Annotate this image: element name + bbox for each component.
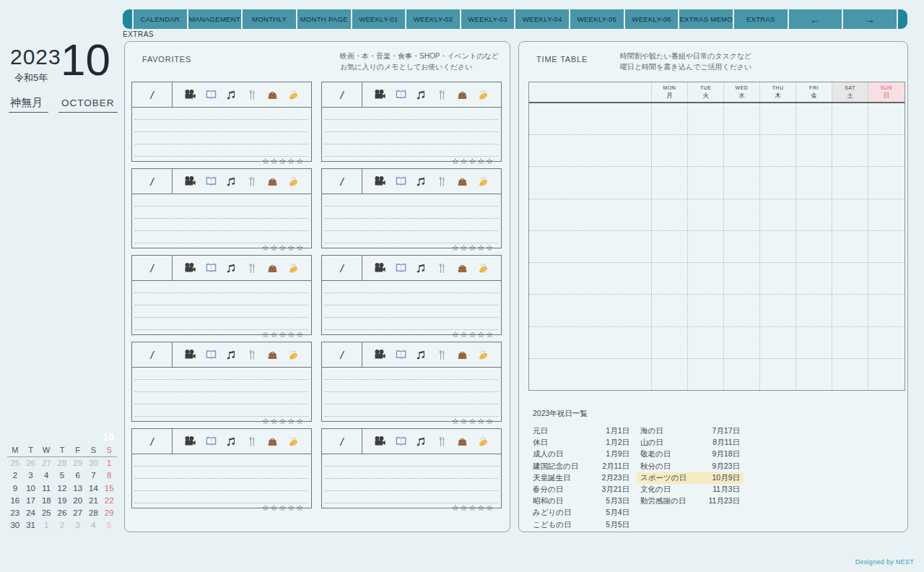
timetable-cell[interactable]: [760, 295, 796, 326]
timetable-cell[interactable]: [832, 359, 868, 390]
calendar-day[interactable]: 27: [38, 457, 54, 469]
calendar-day[interactable]: 26: [23, 457, 39, 469]
calendar-day[interactable]: 23: [7, 507, 23, 519]
calendar-day[interactable]: 4: [86, 519, 102, 532]
calendar-day[interactable]: 5: [54, 469, 70, 482]
memo-line[interactable]: [135, 392, 308, 404]
timetable-cell[interactable]: [652, 199, 688, 230]
memo-lines[interactable]: [135, 454, 308, 503]
memo-line[interactable]: [325, 281, 498, 293]
timetable-cell[interactable]: [724, 135, 760, 166]
memo-line[interactable]: [135, 132, 308, 144]
memo-line[interactable]: [135, 108, 308, 120]
timetable-cell[interactable]: [724, 263, 760, 294]
memo-lines[interactable]: [325, 108, 498, 157]
timetable-cell[interactable]: [688, 199, 724, 230]
timetable-cell[interactable]: [724, 167, 760, 198]
timetable-cell[interactable]: [832, 103, 868, 134]
timetable-cell[interactable]: [652, 263, 688, 294]
star-rating[interactable]: ☆☆☆☆☆: [132, 157, 311, 166]
calendar-day[interactable]: 26: [54, 507, 70, 519]
timetable-cell[interactable]: [868, 103, 905, 134]
timetable-cell[interactable]: [796, 103, 832, 134]
tab-weekly-06[interactable]: WEEKLY-06: [625, 9, 679, 29]
timetable-cell[interactable]: [760, 327, 796, 358]
timetable-cell[interactable]: [760, 263, 796, 294]
timetable-cell[interactable]: [796, 167, 832, 198]
memo-line[interactable]: [325, 380, 498, 392]
calendar-day[interactable]: 1: [101, 457, 117, 469]
memo-line[interactable]: [135, 467, 308, 479]
calendar-day[interactable]: 31: [23, 519, 39, 532]
time-label-cell[interactable]: [529, 103, 652, 134]
calendar-day[interactable]: 25: [38, 507, 54, 519]
calendar-day[interactable]: 19: [54, 495, 70, 507]
calendar-day[interactable]: 2: [54, 519, 70, 532]
calendar-day[interactable]: 7: [86, 469, 102, 482]
memo-lines[interactable]: [135, 368, 308, 417]
timetable-cell[interactable]: [796, 295, 832, 326]
timetable-cell[interactable]: [796, 327, 832, 358]
timetable-cell[interactable]: [724, 103, 760, 134]
memo-line[interactable]: [135, 318, 308, 330]
memo-line[interactable]: [135, 219, 308, 231]
star-rating[interactable]: ☆☆☆☆☆: [132, 417, 311, 426]
timetable-cell[interactable]: [760, 167, 796, 198]
date-field[interactable]: /: [322, 429, 362, 454]
timetable-cell[interactable]: [760, 135, 796, 166]
star-rating[interactable]: ☆☆☆☆☆: [322, 417, 501, 426]
date-field[interactable]: /: [322, 169, 362, 194]
timetable-cell[interactable]: [760, 231, 796, 262]
calendar-day[interactable]: 30: [7, 519, 23, 532]
timetable-cell[interactable]: [868, 295, 905, 326]
star-rating[interactable]: ☆☆☆☆☆: [322, 157, 501, 166]
calendar-day[interactable]: 20: [70, 495, 86, 507]
memo-line[interactable]: [325, 293, 498, 306]
calendar-day[interactable]: 16: [7, 495, 23, 507]
calendar-day[interactable]: 21: [86, 495, 102, 507]
tab-calendar[interactable]: CALENDAR: [134, 9, 187, 29]
timetable-cell[interactable]: [652, 327, 688, 358]
star-rating[interactable]: ☆☆☆☆☆: [322, 330, 501, 339]
memo-line[interactable]: [325, 194, 498, 207]
timetable-cell[interactable]: [724, 327, 760, 358]
memo-line[interactable]: [325, 404, 498, 417]
timetable-cell[interactable]: [760, 359, 796, 390]
timetable-cell[interactable]: [688, 231, 724, 262]
timetable-cell[interactable]: [832, 327, 868, 358]
calendar-day[interactable]: 24: [23, 507, 39, 519]
timetable-cell[interactable]: [796, 135, 832, 166]
timetable-cell[interactable]: [760, 199, 796, 230]
timetable-cell[interactable]: [688, 167, 724, 198]
memo-line[interactable]: [135, 281, 308, 293]
timetable-cell[interactable]: [688, 295, 724, 326]
memo-line[interactable]: [135, 404, 308, 417]
tab-extras[interactable]: EXTRAS: [734, 9, 788, 29]
memo-lines[interactable]: [135, 281, 308, 330]
memo-lines[interactable]: [135, 194, 308, 243]
time-label-cell[interactable]: [529, 263, 652, 294]
calendar-day[interactable]: 11: [38, 482, 54, 495]
memo-lines[interactable]: [325, 368, 498, 417]
timetable-cell[interactable]: [724, 199, 760, 230]
timetable-cell[interactable]: [868, 263, 905, 294]
timetable-cell[interactable]: [868, 199, 905, 230]
timetable-cell[interactable]: [724, 295, 760, 326]
timetable-cell[interactable]: [652, 231, 688, 262]
calendar-day[interactable]: 28: [54, 457, 70, 469]
calendar-day[interactable]: 29: [70, 457, 86, 469]
timetable-cell[interactable]: [796, 199, 832, 230]
memo-line[interactable]: [325, 219, 498, 231]
star-rating[interactable]: ☆☆☆☆☆: [132, 243, 311, 253]
timetable-cell[interactable]: [796, 231, 832, 262]
memo-line[interactable]: [135, 491, 308, 503]
calendar-day[interactable]: 2: [7, 469, 23, 482]
memo-line[interactable]: [135, 380, 308, 392]
memo-line[interactable]: [325, 231, 498, 243]
tab-weekly-05[interactable]: WEEKLY-05: [570, 9, 624, 29]
calendar-day[interactable]: 29: [101, 507, 117, 519]
memo-line[interactable]: [325, 392, 498, 404]
tab-weekly-02[interactable]: WEEKLY-02: [406, 9, 460, 29]
timetable-cell[interactable]: [688, 327, 724, 358]
memo-line[interactable]: [135, 454, 308, 467]
